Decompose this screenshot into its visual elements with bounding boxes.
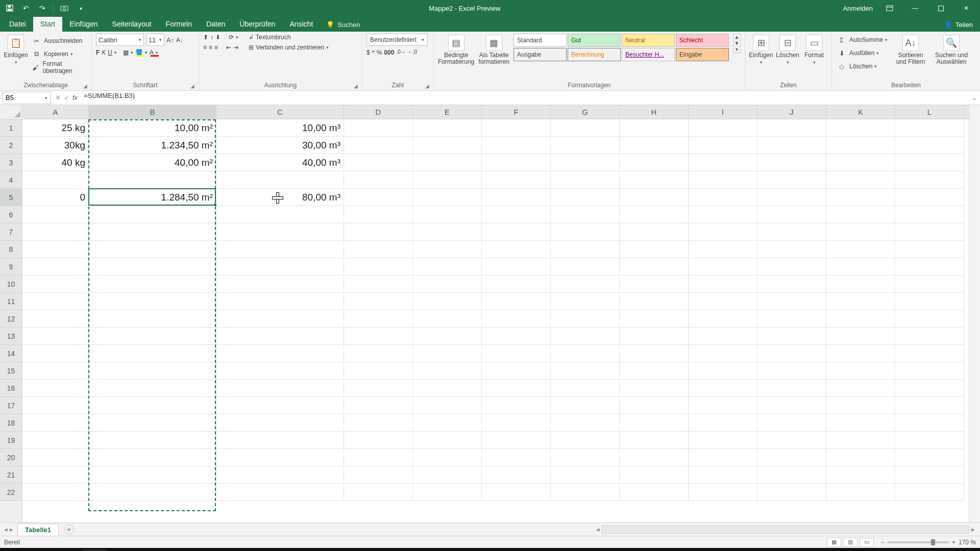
cell[interactable]: [344, 414, 413, 432]
cell[interactable]: [344, 171, 413, 189]
select-all-corner[interactable]: [0, 105, 22, 119]
format-as-table-button[interactable]: ▦ Als Tabelle formatieren: [478, 34, 509, 65]
cell[interactable]: [482, 171, 551, 189]
insert-cells-button[interactable]: ⊞Einfügen▾: [749, 34, 773, 65]
cell[interactable]: [344, 466, 413, 484]
cell[interactable]: [551, 484, 620, 501]
horizontal-scrollbar[interactable]: [602, 525, 969, 534]
cell[interactable]: [413, 276, 482, 293]
cell[interactable]: [216, 432, 344, 449]
style-neutral[interactable]: Neutral: [622, 34, 675, 47]
cell[interactable]: 40,00 m³: [216, 154, 344, 171]
column-header[interactable]: L: [895, 105, 964, 119]
save-icon[interactable]: [4, 3, 15, 14]
cell[interactable]: [344, 397, 413, 414]
column-header[interactable]: K: [826, 105, 895, 119]
fx-icon[interactable]: fx: [72, 94, 78, 102]
cell[interactable]: [620, 466, 689, 484]
tell-me-search[interactable]: 💡 Suchen: [320, 18, 366, 32]
cell[interactable]: [216, 206, 344, 223]
cell[interactable]: [551, 414, 620, 432]
font-color-icon[interactable]: A: [150, 49, 154, 56]
cell[interactable]: [22, 223, 89, 241]
cell[interactable]: [689, 328, 757, 345]
cell[interactable]: [413, 293, 482, 310]
name-box[interactable]: B5▾: [2, 92, 51, 104]
cell[interactable]: [413, 137, 482, 154]
cell[interactable]: [826, 293, 895, 310]
cell[interactable]: [620, 137, 689, 154]
cell[interactable]: [826, 206, 895, 223]
cell[interactable]: [620, 189, 689, 206]
cell[interactable]: [620, 119, 689, 137]
cell[interactable]: 1.284,50 m²: [89, 189, 216, 206]
cell[interactable]: 25 kg: [22, 119, 89, 137]
cell[interactable]: [89, 466, 216, 484]
cell[interactable]: [620, 171, 689, 189]
cell[interactable]: [413, 397, 482, 414]
cell[interactable]: [89, 258, 216, 276]
cell[interactable]: [216, 397, 344, 414]
cell[interactable]: [89, 241, 216, 258]
row-header[interactable]: 7: [0, 223, 22, 241]
cell[interactable]: [551, 258, 620, 276]
cell[interactable]: [413, 223, 482, 241]
cell[interactable]: [826, 466, 895, 484]
row-header[interactable]: 21: [0, 466, 22, 484]
cell[interactable]: [216, 171, 344, 189]
cell[interactable]: [895, 345, 964, 362]
sheet-tab[interactable]: Tabelle1: [17, 523, 59, 536]
cell[interactable]: [413, 449, 482, 466]
row-header[interactable]: 4: [0, 171, 22, 189]
cell[interactable]: [482, 206, 551, 223]
cell[interactable]: [551, 241, 620, 258]
cell[interactable]: [620, 154, 689, 171]
cell[interactable]: [344, 484, 413, 501]
row-header[interactable]: 1: [0, 119, 22, 137]
cell[interactable]: [344, 154, 413, 171]
merge-center-button[interactable]: Verbinden und zentrieren: [256, 44, 324, 51]
cell[interactable]: [895, 223, 964, 241]
cell[interactable]: [482, 241, 551, 258]
format-painter-button[interactable]: 🖌Format übertragen: [31, 61, 87, 73]
cell[interactable]: [482, 189, 551, 206]
cell[interactable]: [757, 484, 826, 501]
expand-formula-bar-icon[interactable]: ⌄: [969, 94, 980, 102]
cell[interactable]: [482, 276, 551, 293]
cell[interactable]: [22, 362, 89, 380]
cell[interactable]: [620, 380, 689, 397]
cell[interactable]: [551, 119, 620, 137]
cell[interactable]: [22, 293, 89, 310]
zoom-level[interactable]: 170 %: [959, 539, 976, 546]
cell[interactable]: [895, 154, 964, 171]
cell[interactable]: [757, 293, 826, 310]
cell[interactable]: [757, 119, 826, 137]
cell[interactable]: [22, 258, 89, 276]
increase-decimal-icon[interactable]: ,0→: [396, 49, 405, 56]
cell[interactable]: [89, 171, 216, 189]
cell[interactable]: [826, 432, 895, 449]
font-size-select[interactable]: 11▾: [146, 34, 164, 46]
tab-start[interactable]: Start: [33, 17, 63, 32]
cell[interactable]: [216, 380, 344, 397]
cell[interactable]: 0: [22, 189, 89, 206]
cell[interactable]: [620, 310, 689, 328]
cell[interactable]: [216, 328, 344, 345]
cell[interactable]: [482, 362, 551, 380]
cell[interactable]: [895, 466, 964, 484]
cell[interactable]: [482, 293, 551, 310]
cell[interactable]: [22, 414, 89, 432]
cell[interactable]: [757, 189, 826, 206]
cell[interactable]: [413, 310, 482, 328]
cell[interactable]: [826, 276, 895, 293]
launcher-icon[interactable]: ◢: [83, 83, 87, 89]
cell[interactable]: [895, 293, 964, 310]
cell[interactable]: [89, 310, 216, 328]
maximize-button[interactable]: [932, 3, 949, 14]
cell[interactable]: [89, 432, 216, 449]
cell[interactable]: [22, 171, 89, 189]
italic-button[interactable]: K: [102, 49, 106, 56]
cell[interactable]: [757, 241, 826, 258]
paste-button[interactable]: 📋 Einfügen ▾: [4, 34, 28, 65]
row-header[interactable]: 5: [0, 189, 22, 206]
